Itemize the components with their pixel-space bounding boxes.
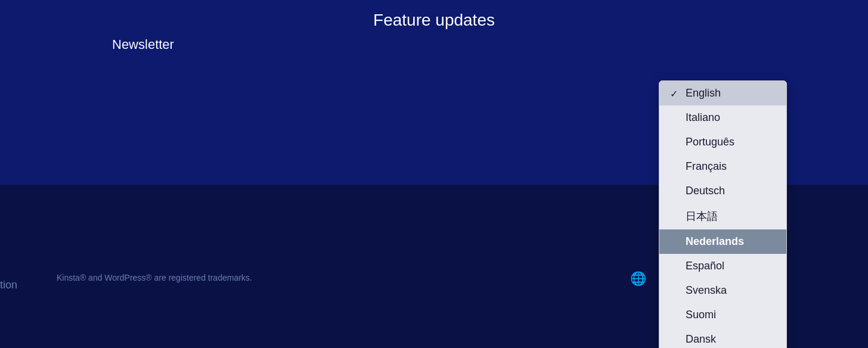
language-option-sv[interactable]: Svenska — [659, 278, 786, 303]
language-label: Português — [686, 136, 734, 148]
language-label: English — [686, 87, 721, 99]
language-label: Svenska — [686, 284, 727, 296]
language-label: Dansk — [686, 333, 716, 345]
feature-updates-title: Feature updates — [373, 11, 495, 30]
language-option-es[interactable]: Español — [659, 254, 786, 278]
language-option-de[interactable]: Deutsch — [659, 179, 786, 203]
checkmark-icon: ✓ — [670, 88, 678, 99]
language-option-nl[interactable]: Nederlands — [659, 229, 786, 254]
language-option-en[interactable]: ✓English — [659, 81, 786, 105]
language-option-it[interactable]: Italiano — [659, 105, 786, 130]
language-option-fr[interactable]: Français — [659, 154, 786, 179]
globe-icon[interactable]: 🌐 — [630, 271, 646, 287]
language-label: Español — [686, 260, 724, 272]
language-option-da[interactable]: Dansk — [659, 327, 786, 348]
partial-word: tion — [0, 279, 17, 291]
footer-text: Kinsta® and WordPress® are registered tr… — [57, 273, 252, 282]
language-option-ja[interactable]: 日本語 — [659, 203, 786, 229]
language-label: Français — [686, 160, 727, 172]
language-option-fi[interactable]: Suomi — [659, 303, 786, 327]
language-label: Suomi — [686, 309, 716, 321]
language-option-pt[interactable]: Português — [659, 130, 786, 154]
language-dropdown[interactable]: ✓EnglishItalianoPortuguêsFrançaisDeutsch… — [659, 80, 787, 348]
newsletter-label: Newsletter — [112, 37, 174, 52]
language-label: Nederlands — [686, 235, 744, 247]
language-label: 日本語 — [686, 210, 718, 222]
language-label: Deutsch — [686, 185, 725, 197]
language-label: Italiano — [686, 111, 720, 123]
